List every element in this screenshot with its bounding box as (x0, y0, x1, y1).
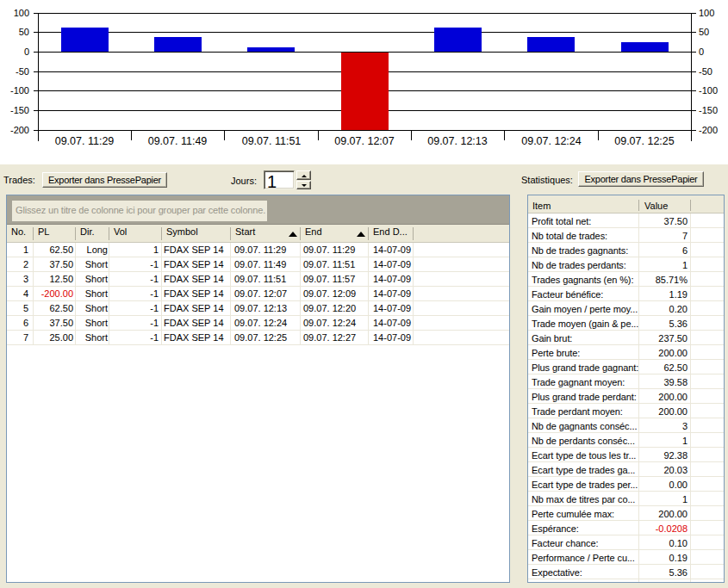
svg-text:09.07. 11:49: 09.07. 11:49 (148, 135, 208, 147)
svg-text:100: 100 (14, 8, 29, 18)
svg-text:-50: -50 (16, 66, 29, 77)
svg-text:-100: -100 (699, 85, 718, 96)
svg-text:50: 50 (19, 27, 29, 37)
svg-text:09.07. 12:13: 09.07. 12:13 (427, 135, 488, 147)
svg-text:0: 0 (24, 46, 29, 57)
svg-text:09.07. 12:07: 09.07. 12:07 (334, 135, 395, 147)
svg-text:0: 0 (699, 46, 704, 57)
svg-text:-200: -200 (699, 125, 718, 135)
svg-text:100: 100 (699, 8, 714, 18)
svg-text:-200: -200 (10, 125, 29, 135)
svg-text:-150: -150 (699, 105, 718, 115)
svg-text:09.07. 12:24: 09.07. 12:24 (521, 135, 582, 147)
svg-text:-100: -100 (10, 85, 29, 96)
svg-text:09.07. 11:29: 09.07. 11:29 (55, 135, 115, 147)
svg-text:09.07. 12:25: 09.07. 12:25 (614, 135, 675, 147)
svg-text:-50: -50 (699, 66, 712, 77)
svg-text:09.07. 11:51: 09.07. 11:51 (242, 135, 302, 147)
svg-text:50: 50 (699, 27, 709, 37)
svg-text:-150: -150 (10, 105, 29, 115)
